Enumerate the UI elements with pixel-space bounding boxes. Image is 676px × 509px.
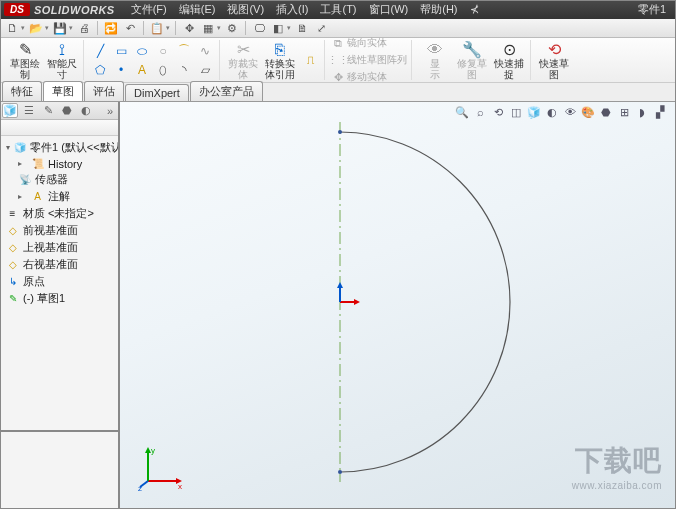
display-style-icon[interactable]: ◐ [544, 104, 560, 120]
smart-dimension-button[interactable]: ⟟智能尺 寸 [45, 40, 79, 80]
tree-root[interactable]: ▾🧊零件1 (默认<<默认>_显示状 [2, 139, 116, 156]
tab-dimxpert[interactable]: DimXpert [125, 84, 189, 101]
polygon-icon[interactable]: ⬠ [90, 61, 110, 79]
tab-sketch[interactable]: 草图 [43, 81, 83, 101]
sketch-button[interactable]: ✎草图绘 制 [8, 40, 42, 80]
tree-history[interactable]: ▸📜History [2, 156, 116, 171]
trim-button[interactable]: ✂剪裁实 体 [226, 40, 260, 80]
arc-endpoint[interactable] [338, 470, 342, 474]
menu-edit[interactable]: 编辑(E) [173, 2, 222, 17]
trim-icon: ✂ [237, 40, 250, 58]
arc-endpoint[interactable] [338, 130, 342, 134]
offset-icon[interactable]: ⎍ [300, 51, 320, 69]
tree-sketch1[interactable]: ✎(-) 草图1 [2, 290, 116, 307]
dropdown-icon[interactable]: ▾ [21, 24, 25, 32]
fillet-icon[interactable]: ◝ [174, 61, 194, 79]
tree-material[interactable]: ≡材质 <未指定> [2, 205, 116, 222]
menu-insert[interactable]: 插入(I) [270, 2, 314, 17]
menubar: DS SOLIDWORKS 文件(F) 编辑(E) 视图(V) 插入(I) 工具… [0, 0, 676, 19]
point-icon[interactable]: • [111, 61, 131, 79]
command-tabs: 特征 草图 评估 DimXpert 办公室产品 [0, 83, 676, 102]
spline-icon[interactable]: ∿ [195, 42, 215, 60]
expand-icon[interactable]: ⤢ [313, 20, 329, 36]
viewport[interactable]: 🔍 ⌕ ⟲ ◫ 🧊 ◐ 👁 🎨 ⬣ ⊞ ◗ ▞ [120, 102, 676, 509]
tree-front-plane[interactable]: ◇前视基准面 [2, 222, 116, 239]
ellipse-icon[interactable]: ⬯ [153, 61, 173, 79]
tree-top-plane[interactable]: ◇上视基准面 [2, 239, 116, 256]
ribbon: ✎草图绘 制 ⟟智能尺 寸 ╱ ▭ ⬭ ○ ⌒ ∿ ⬠ • A ⬯ ◝ ▱ ✂剪… [0, 38, 676, 83]
svg-text:x: x [178, 482, 182, 491]
part-icon: 🧊 [14, 141, 26, 154]
display-tab-icon[interactable]: ⬣ [59, 103, 75, 118]
hide-show-icon[interactable]: 👁 [562, 104, 578, 120]
apply-scene-icon[interactable]: ⬣ [598, 104, 614, 120]
tree-right-plane[interactable]: ◇右视基准面 [2, 256, 116, 273]
print-icon[interactable]: 🖨 [76, 20, 92, 36]
section-icon[interactable]: ◫ [508, 104, 524, 120]
tree-tab-icon[interactable]: 🧊 [2, 103, 18, 118]
tab-features[interactable]: 特征 [2, 81, 42, 101]
arc-icon[interactable]: ⌒ [174, 42, 194, 60]
zoom-prev-icon[interactable]: ⟲ [490, 104, 506, 120]
circle-icon[interactable]: ○ [153, 42, 173, 60]
rect-icon[interactable]: ▭ [111, 42, 131, 60]
sketch-item-icon: ✎ [6, 292, 19, 305]
tab-evaluate[interactable]: 评估 [84, 81, 124, 101]
watermark: 下载吧 www.xiazaiba.com [572, 442, 662, 491]
menu-view[interactable]: 视图(V) [221, 2, 270, 17]
shadow-icon[interactable]: ◗ [634, 104, 650, 120]
repair-button[interactable]: 🔧修复草 图 [455, 40, 489, 80]
display-icon[interactable]: ◧ [270, 20, 286, 36]
open-icon[interactable]: 📂 [28, 20, 44, 36]
view-set-icon[interactable]: ⊞ [616, 104, 632, 120]
arc[interactable] [340, 132, 510, 472]
options-icon[interactable]: 📋 [149, 20, 165, 36]
grid-icon[interactable]: ▦ [200, 20, 216, 36]
linear-pattern-button[interactable]: ⋮⋮线性草图阵列 [331, 53, 407, 67]
menu-pin-icon[interactable]: ⊀ [464, 3, 485, 16]
zoom-fit-icon[interactable]: 🔍 [454, 104, 470, 120]
tree-origin[interactable]: ↳原点 [2, 273, 116, 290]
collapse-icon[interactable]: » [102, 103, 118, 118]
dropdown-icon[interactable]: ▾ [166, 24, 170, 32]
move-button[interactable]: ✥移动实体 [331, 70, 407, 84]
dropdown-icon[interactable]: ▾ [217, 24, 221, 32]
doc-icon[interactable]: 🗎 [294, 20, 310, 36]
exit-sketch-button[interactable]: ⟲快速草 图 [537, 40, 571, 80]
quick-snap-button[interactable]: ⊙快速捕 捉 [492, 40, 526, 80]
select-icon[interactable]: ✥ [181, 20, 197, 36]
mirror-button[interactable]: ⧉镜向实体 [331, 36, 407, 50]
dropdown-icon[interactable]: ▾ [287, 24, 291, 32]
decal-tab-icon[interactable]: ◐ [78, 103, 94, 118]
text-icon[interactable]: A [132, 61, 152, 79]
menu-tools[interactable]: 工具(T) [314, 2, 362, 17]
tree-annotations[interactable]: ▸A注解 [2, 188, 116, 205]
rebuild-icon[interactable]: 🔁 [103, 20, 119, 36]
material-icon: ≡ [6, 207, 19, 220]
menu-help[interactable]: 帮助(H) [414, 2, 463, 17]
screen-icon[interactable]: 🖵 [251, 20, 267, 36]
view-orient-icon[interactable]: 🧊 [526, 104, 542, 120]
config-tab-icon[interactable]: ✎ [40, 103, 56, 118]
line-icon[interactable]: ╱ [90, 42, 110, 60]
plane-icon[interactable]: ▱ [195, 61, 215, 79]
save-icon[interactable]: 💾 [52, 20, 68, 36]
side-lower-pane [0, 430, 118, 509]
tree-sensors[interactable]: 📡传感器 [2, 171, 116, 188]
slot-icon[interactable]: ⬭ [132, 42, 152, 60]
tab-office[interactable]: 办公室产品 [190, 81, 263, 101]
scene-icon[interactable]: 🎨 [580, 104, 596, 120]
persp-icon[interactable]: ▞ [652, 104, 668, 120]
convert-button[interactable]: ⎘转换实 体引用 [263, 40, 297, 80]
display-button[interactable]: 👁显 示 [418, 40, 452, 80]
menu-window[interactable]: 窗口(W) [363, 2, 415, 17]
settings-icon[interactable]: ⚙ [224, 20, 240, 36]
dropdown-icon[interactable]: ▾ [69, 24, 73, 32]
undo-icon[interactable]: ↶ [122, 20, 138, 36]
svg-marker-3 [337, 282, 343, 288]
dropdown-icon[interactable]: ▾ [45, 24, 49, 32]
menu-file[interactable]: 文件(F) [125, 2, 173, 17]
new-icon[interactable]: 🗋 [4, 20, 20, 36]
zoom-area-icon[interactable]: ⌕ [472, 104, 488, 120]
props-tab-icon[interactable]: ☰ [21, 103, 37, 118]
